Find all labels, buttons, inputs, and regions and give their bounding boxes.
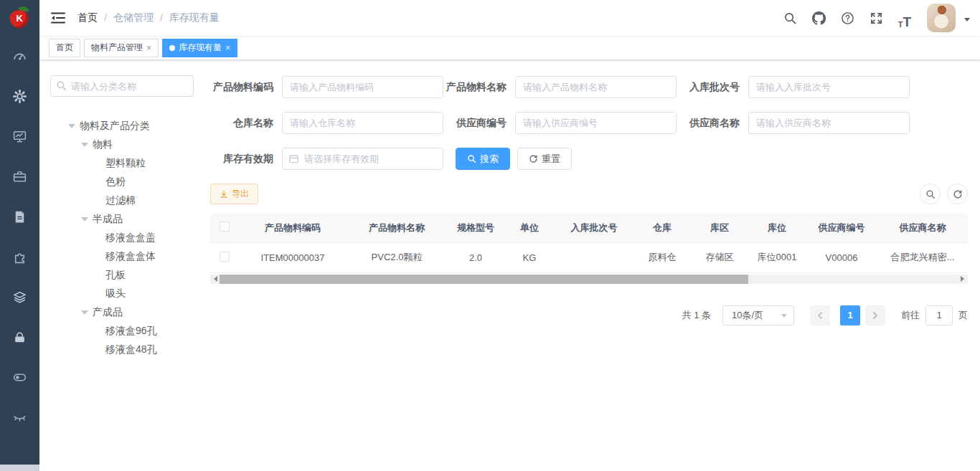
header-actions: TT (779, 4, 970, 32)
sidebar-scrollbar[interactable] (0, 465, 39, 471)
caret-down-icon[interactable] (81, 143, 88, 151)
sidebar-item-plugins[interactable] (0, 237, 39, 277)
refresh-table-button[interactable] (947, 184, 968, 204)
supplier-code-input[interactable] (515, 112, 677, 134)
github-icon (812, 11, 826, 25)
table-row[interactable]: ITEM00000037 PVC2.0颗粒 2.0 KG 原料仓 存储区 库位0… (210, 242, 968, 272)
sidebar-item-security[interactable] (0, 317, 39, 357)
field-warehouse-name: 仓库名称 (210, 112, 443, 134)
toggle-icon (12, 370, 27, 385)
select-all-checkbox[interactable] (220, 222, 230, 232)
field-expiry-date: 库存有效期 (210, 148, 443, 170)
item-code-input[interactable] (282, 76, 443, 98)
caret-down-icon[interactable] (81, 310, 88, 318)
tree-node-box-body[interactable]: 移液盒盒体 (50, 247, 197, 266)
form-buttons: 搜索 重置 (456, 148, 572, 170)
scrollbar-thumb[interactable] (220, 275, 748, 284)
sidebar-item-tools[interactable] (0, 156, 39, 196)
monitor-chart-icon (12, 129, 27, 144)
supplier-name-input[interactable] (748, 112, 910, 134)
tab-material-management[interactable]: 物料产品管理 × (84, 39, 159, 57)
category-tree-panel: 物料及产品分类 物料 塑料颗粒 色粉 过滤棉 半成品 移液盒盒盖 移液盒盒体 孔… (39, 60, 204, 471)
field-supplier-name: 供应商名称 (677, 112, 910, 134)
pagination: 共 1 条 10条/页 1 前往 页 (210, 305, 968, 325)
tree-node-box-96[interactable]: 移液盒96孔 (50, 322, 197, 341)
caret-down-icon[interactable] (81, 217, 88, 225)
tree-node-plastic-pellet[interactable]: 塑料颗粒 (50, 154, 197, 173)
tree-node-hole-plate[interactable]: 孔板 (50, 266, 197, 285)
sidebar-item-system[interactable] (0, 76, 39, 116)
breadcrumb-home[interactable]: 首页 (77, 11, 98, 24)
col-batch-no: 入库批次号 (555, 214, 633, 242)
search-button[interactable]: 搜索 (456, 148, 510, 170)
logo-letter: K (17, 13, 23, 24)
close-tab-icon[interactable]: × (146, 43, 151, 53)
app-logo[interactable]: K (0, 0, 39, 36)
chevron-right-icon (871, 311, 880, 320)
tree-node-material[interactable]: 物料 (50, 135, 197, 154)
tree-node-box-48[interactable]: 移液盒48孔 (50, 341, 197, 359)
export-button[interactable]: 导出 (210, 184, 258, 204)
breadcrumb: 首页 / 仓储管理 / 库存现有量 (77, 11, 220, 24)
toggle-search-button[interactable] (920, 184, 941, 204)
field-batch-no: 入库批次号 (677, 76, 910, 98)
batch-no-input[interactable] (748, 76, 910, 98)
field-item-name: 产品物料名称 (443, 76, 677, 98)
github-link-button[interactable] (808, 7, 829, 29)
scroll-right-arrow-icon[interactable] (958, 275, 968, 284)
warehouse-name-input[interactable] (282, 112, 443, 134)
help-button[interactable] (837, 7, 858, 29)
expiry-date-input[interactable] (282, 148, 443, 170)
tab-home[interactable]: 首页 (49, 39, 80, 57)
fullscreen-icon (870, 11, 883, 25)
puzzle-icon (12, 249, 27, 265)
field-supplier-code: 供应商编号 (443, 112, 677, 134)
tree-node-root[interactable]: 物料及产品分类 (50, 117, 197, 135)
col-location: 库位 (748, 214, 806, 242)
sidebar-item-hidden[interactable] (0, 397, 39, 437)
caret-down-icon[interactable] (68, 124, 75, 132)
user-menu-caret-icon[interactable] (964, 18, 970, 24)
sidebar-item-dashboard[interactable] (0, 36, 39, 76)
category-search-input[interactable] (50, 75, 194, 97)
table-horizontal-scrollbar[interactable] (210, 275, 968, 284)
close-tab-icon[interactable]: × (225, 43, 230, 53)
sidebar-item-toggle[interactable] (0, 357, 39, 397)
prev-page-button[interactable] (810, 305, 830, 325)
breadcrumb-separator: / (104, 12, 107, 24)
page-jump-input[interactable] (925, 305, 953, 325)
page-number-1[interactable]: 1 (840, 305, 860, 325)
tree-node-filter-cotton[interactable]: 过滤棉 (50, 191, 197, 210)
tree-node-tip[interactable]: 吸头 (50, 285, 197, 303)
collapse-sidebar-button[interactable] (50, 10, 66, 26)
col-spec: 规格型号 (447, 214, 504, 242)
sidebar-item-document[interactable] (0, 196, 39, 237)
breadcrumb-current: 库存现有量 (169, 11, 220, 24)
next-page-button[interactable] (865, 305, 885, 325)
col-unit: 单位 (504, 214, 555, 242)
reset-button[interactable]: 重置 (517, 148, 572, 170)
inventory-content: 产品物料编码 产品物料名称 入库批次号 仓库名称 供应商编号 (204, 60, 980, 471)
item-name-input[interactable] (515, 76, 677, 98)
tree-node-pigment[interactable]: 色粉 (50, 173, 197, 191)
user-avatar[interactable] (927, 4, 956, 32)
tree-node-semi-finished[interactable]: 半成品 (50, 210, 197, 229)
tree-node-box-lid[interactable]: 移液盒盒盖 (50, 229, 197, 247)
row-checkbox[interactable] (220, 252, 230, 262)
scroll-left-arrow-icon[interactable] (210, 275, 220, 284)
main-sidebar: K (0, 0, 39, 471)
calendar-icon (288, 153, 299, 164)
fullscreen-button[interactable] (865, 7, 887, 29)
page-size-select[interactable]: 10条/页 (722, 305, 794, 325)
tree-node-finished[interactable]: 产成品 (50, 303, 197, 322)
sidebar-item-materials[interactable] (0, 277, 39, 317)
sidebar-item-monitor[interactable] (0, 116, 39, 156)
font-size-button[interactable]: TT (894, 7, 915, 29)
page-jumper: 前往 页 (901, 305, 968, 325)
col-zone: 库区 (691, 214, 748, 242)
breadcrumb-separator: / (160, 12, 163, 24)
tab-inventory-onhand[interactable]: 库存现有量 × (162, 39, 237, 57)
gear-icon (12, 89, 27, 104)
search-icon (56, 80, 67, 91)
header-search-button[interactable] (779, 7, 801, 29)
